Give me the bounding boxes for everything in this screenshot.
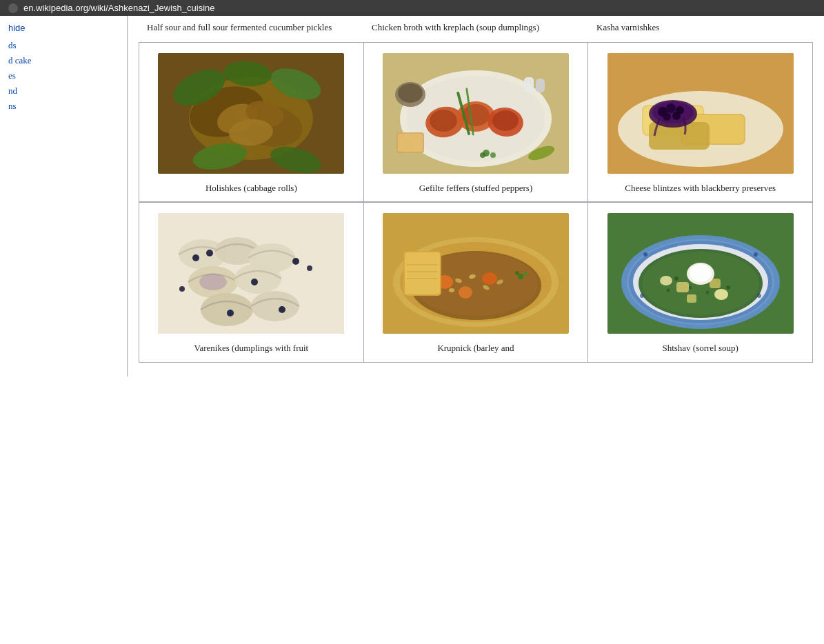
svg-point-103 [714,289,728,300]
image-gefilte [383,53,569,174]
gallery-cell-gefilte: Gefilte feffers (stuffed peppers) [364,43,589,202]
shtshav-svg [607,213,794,334]
svg-point-99 [666,288,670,292]
svg-point-107 [643,252,647,256]
svg-point-31 [480,152,485,158]
sidebar-link-d-cake[interactable]: d cake [8,55,119,66]
svg-point-59 [292,258,299,265]
svg-point-63 [307,265,312,271]
svg-point-104 [660,276,672,285]
gallery-grid-row1: Holishkes (cabbage rolls) [139,42,813,202]
krupnick-svg [383,213,569,334]
svg-point-57 [192,254,199,261]
svg-point-95 [688,285,692,289]
svg-point-60 [251,279,258,285]
svg-point-44 [666,103,676,113]
svg-point-20 [492,110,519,131]
caption-kreplach: Chicken broth with kreplach (soup dumpli… [363,21,588,34]
svg-rect-102 [687,294,696,303]
address-bar: en.wikipedia.org/wiki/Ashkenazi_Jewish_c… [0,0,824,16]
svg-point-77 [449,288,454,292]
svg-point-64 [179,286,185,292]
blintzes-svg [607,53,794,174]
image-krupnick [383,213,569,334]
image-shtshav [607,213,794,334]
top-captions-row: Half sour and full sour fermented cucumb… [139,16,813,34]
caption-shtshav: Shtshav (sorrel soup) [659,342,741,354]
svg-rect-100 [676,282,689,292]
url-text: en.wikipedia.org/wiki/Ashkenazi_Jewish_c… [23,3,214,13]
gallery-cell-krupnick: Krupnick (barley and [364,203,589,362]
caption-pickles: Half sour and full sour fermented cucumb… [139,21,363,34]
gefilte-svg [383,53,569,174]
image-varenikes [158,213,344,334]
browser-icon [8,3,18,13]
svg-point-16 [430,110,457,132]
svg-point-46 [663,112,671,121]
svg-point-94 [674,276,679,281]
main-content: Half sour and full sour fermented cucumb… [128,16,824,376]
gallery-grid-row2: Varenikes (dumplings with fruit [139,202,813,362]
svg-point-97 [705,290,709,294]
svg-point-108 [754,252,758,256]
caption-holishkes: Holishkes (cabbage rolls) [203,182,300,194]
caption-blintzes: Cheese blintzes with blackberry preserve… [622,182,778,194]
gallery-cell-holishkes: Holishkes (cabbage rolls) [139,43,364,202]
svg-point-85 [523,272,527,276]
svg-point-54 [234,263,281,294]
gallery-cell-blintzes: Cheese blintzes with blackberry preserve… [588,43,813,202]
svg-point-84 [518,274,523,279]
svg-point-62 [279,306,285,313]
image-holishkes [158,53,344,174]
svg-point-58 [206,250,213,256]
svg-rect-80 [405,252,440,294]
svg-point-56 [251,291,299,321]
gallery-cell-varenikes: Varenikes (dumplings with fruit [139,203,364,362]
svg-rect-22 [398,134,423,152]
sidebar-link-ds[interactable]: ds [8,40,119,51]
svg-point-65 [199,274,227,290]
svg-point-106 [690,264,712,282]
svg-rect-27 [524,77,534,92]
gallery-cell-shtshav: Shtshav (sorrel soup) [588,203,813,362]
caption-krupnick: Krupnick (barley and [434,342,516,354]
svg-point-86 [515,271,519,275]
image-container-holishkes[interactable] [158,51,344,175]
svg-point-98 [726,285,730,290]
svg-point-72 [482,272,497,285]
svg-point-61 [227,310,234,316]
page-wrapper: hide ds d cake es nd ns Half sour and fu… [0,16,824,376]
caption-kasha: Kasha varnishkes [588,21,813,34]
svg-point-110 [757,294,761,298]
varenikes-svg [158,213,344,334]
sidebar-link-es[interactable]: es [8,70,119,81]
svg-point-26 [398,83,423,103]
sidebar-link-nd[interactable]: nd [8,85,119,97]
sidebar-link-ns[interactable]: ns [8,101,119,112]
hide-button[interactable]: hide [8,23,26,33]
image-container-varenikes[interactable] [158,211,344,335]
svg-point-55 [201,293,253,326]
svg-point-109 [640,294,644,298]
caption-gefilte: Gefilte feffers (stuffed peppers) [416,182,535,194]
svg-point-47 [672,112,681,120]
image-container-shtshav[interactable] [607,211,794,335]
sidebar: hide ds d cake es nd ns [0,16,128,376]
image-blintzes [607,53,794,174]
svg-point-73 [459,286,472,299]
image-container-gefilte[interactable] [383,51,569,175]
holishkes-svg [158,53,344,174]
image-container-krupnick[interactable] [383,211,569,335]
svg-point-30 [490,152,496,158]
caption-varenikes: Varenikes (dumplings with fruit [191,342,311,354]
image-container-blintzes[interactable] [607,51,794,175]
svg-rect-28 [536,79,545,92]
